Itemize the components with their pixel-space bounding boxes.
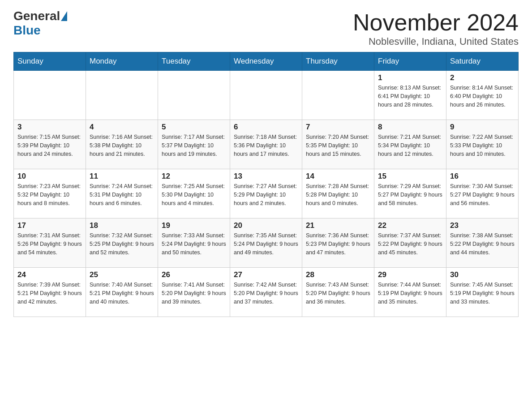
day-number: 5 — [162, 123, 226, 132]
day-info: Sunrise: 7:44 AM Sunset: 5:19 PM Dayligh… — [378, 281, 442, 306]
calendar-cell: 18Sunrise: 7:32 AM Sunset: 5:25 PM Dayli… — [86, 218, 158, 268]
day-number: 1 — [378, 73, 442, 82]
day-info: Sunrise: 7:43 AM Sunset: 5:20 PM Dayligh… — [306, 281, 370, 306]
day-number: 19 — [162, 221, 226, 230]
day-number: 18 — [90, 221, 154, 230]
day-info: Sunrise: 7:21 AM Sunset: 5:34 PM Dayligh… — [378, 133, 442, 158]
calendar-cell: 20Sunrise: 7:35 AM Sunset: 5:24 PM Dayli… — [230, 218, 302, 268]
logo: General Blue — [13, 9, 68, 38]
day-number: 12 — [162, 172, 226, 181]
calendar-cell: 25Sunrise: 7:40 AM Sunset: 5:21 PM Dayli… — [86, 268, 158, 317]
month-title: November 2024 — [353, 9, 519, 36]
calendar-cell: 6Sunrise: 7:18 AM Sunset: 5:36 PM Daylig… — [230, 120, 302, 169]
day-number: 15 — [378, 172, 442, 181]
day-info: Sunrise: 7:20 AM Sunset: 5:35 PM Dayligh… — [306, 133, 370, 158]
calendar-cell: 1Sunrise: 8:13 AM Sunset: 6:41 PM Daylig… — [374, 71, 446, 120]
day-number: 14 — [306, 172, 370, 181]
day-number: 2 — [450, 73, 515, 82]
day-info: Sunrise: 7:27 AM Sunset: 5:29 PM Dayligh… — [234, 182, 298, 207]
day-info: Sunrise: 7:28 AM Sunset: 5:28 PM Dayligh… — [306, 182, 370, 207]
calendar-table: SundayMondayTuesdayWednesdayThursdayFrid… — [13, 52, 519, 317]
calendar-cell — [302, 71, 374, 120]
day-info: Sunrise: 7:22 AM Sunset: 5:33 PM Dayligh… — [450, 133, 515, 158]
day-number: 29 — [378, 270, 442, 279]
calendar-cell: 12Sunrise: 7:25 AM Sunset: 5:30 PM Dayli… — [158, 169, 230, 218]
logo-general-text: General — [13, 9, 60, 23]
day-info: Sunrise: 7:33 AM Sunset: 5:24 PM Dayligh… — [162, 231, 226, 257]
day-info: Sunrise: 7:42 AM Sunset: 5:20 PM Dayligh… — [234, 281, 298, 306]
day-info: Sunrise: 7:24 AM Sunset: 5:31 PM Dayligh… — [90, 182, 154, 207]
logo-blue-text: Blue — [13, 23, 41, 37]
day-number: 10 — [17, 172, 82, 181]
calendar-cell: 27Sunrise: 7:42 AM Sunset: 5:20 PM Dayli… — [230, 268, 302, 317]
day-info: Sunrise: 7:35 AM Sunset: 5:24 PM Dayligh… — [234, 231, 298, 257]
day-info: Sunrise: 7:23 AM Sunset: 5:32 PM Dayligh… — [17, 182, 82, 207]
calendar-cell: 29Sunrise: 7:44 AM Sunset: 5:19 PM Dayli… — [374, 268, 446, 317]
calendar-cell: 2Sunrise: 8:14 AM Sunset: 6:40 PM Daylig… — [446, 71, 519, 120]
calendar-cell: 5Sunrise: 7:17 AM Sunset: 5:37 PM Daylig… — [158, 120, 230, 169]
calendar-cell: 7Sunrise: 7:20 AM Sunset: 5:35 PM Daylig… — [302, 120, 374, 169]
day-of-week-header: Sunday — [14, 52, 86, 71]
calendar-cell: 16Sunrise: 7:30 AM Sunset: 5:27 PM Dayli… — [446, 169, 519, 218]
calendar-cell: 15Sunrise: 7:29 AM Sunset: 5:27 PM Dayli… — [374, 169, 446, 218]
calendar-cell: 19Sunrise: 7:33 AM Sunset: 5:24 PM Dayli… — [158, 218, 230, 268]
page-header: General Blue November 2024 Noblesville, … — [13, 9, 519, 47]
day-info: Sunrise: 7:25 AM Sunset: 5:30 PM Dayligh… — [162, 182, 226, 207]
calendar-cell: 10Sunrise: 7:23 AM Sunset: 5:32 PM Dayli… — [14, 169, 86, 218]
calendar-week-row: 1Sunrise: 8:13 AM Sunset: 6:41 PM Daylig… — [14, 71, 519, 120]
day-info: Sunrise: 7:38 AM Sunset: 5:22 PM Dayligh… — [450, 231, 515, 257]
day-of-week-header: Thursday — [302, 52, 374, 71]
day-info: Sunrise: 8:13 AM Sunset: 6:41 PM Dayligh… — [378, 84, 442, 109]
day-number: 4 — [90, 123, 154, 132]
day-info: Sunrise: 7:17 AM Sunset: 5:37 PM Dayligh… — [162, 133, 226, 158]
calendar-cell: 8Sunrise: 7:21 AM Sunset: 5:34 PM Daylig… — [374, 120, 446, 169]
day-info: Sunrise: 7:16 AM Sunset: 5:38 PM Dayligh… — [90, 133, 154, 158]
day-number: 3 — [17, 123, 82, 132]
calendar-cell: 4Sunrise: 7:16 AM Sunset: 5:38 PM Daylig… — [86, 120, 158, 169]
day-number: 22 — [378, 221, 442, 230]
day-number: 28 — [306, 270, 370, 279]
day-number: 30 — [450, 270, 515, 279]
day-number: 26 — [162, 270, 226, 279]
calendar-week-row: 24Sunrise: 7:39 AM Sunset: 5:21 PM Dayli… — [14, 268, 519, 317]
day-of-week-header: Monday — [86, 52, 158, 71]
calendar-cell: 14Sunrise: 7:28 AM Sunset: 5:28 PM Dayli… — [302, 169, 374, 218]
day-of-week-header: Wednesday — [230, 52, 302, 71]
day-info: Sunrise: 7:39 AM Sunset: 5:21 PM Dayligh… — [17, 281, 82, 306]
calendar-cell: 24Sunrise: 7:39 AM Sunset: 5:21 PM Dayli… — [14, 268, 86, 317]
location-text: Noblesville, Indiana, United States — [353, 36, 519, 47]
calendar-cell: 11Sunrise: 7:24 AM Sunset: 5:31 PM Dayli… — [86, 169, 158, 218]
day-info: Sunrise: 7:32 AM Sunset: 5:25 PM Dayligh… — [90, 231, 154, 257]
calendar-cell: 30Sunrise: 7:45 AM Sunset: 5:19 PM Dayli… — [446, 268, 519, 317]
day-of-week-header: Tuesday — [158, 52, 230, 71]
calendar-cell: 9Sunrise: 7:22 AM Sunset: 5:33 PM Daylig… — [446, 120, 519, 169]
day-info: Sunrise: 7:29 AM Sunset: 5:27 PM Dayligh… — [378, 182, 442, 207]
calendar-cell: 21Sunrise: 7:36 AM Sunset: 5:23 PM Dayli… — [302, 218, 374, 268]
day-number: 21 — [306, 221, 370, 230]
day-number: 9 — [450, 123, 515, 132]
calendar-header-row: SundayMondayTuesdayWednesdayThursdayFrid… — [14, 52, 519, 71]
day-number: 16 — [450, 172, 515, 181]
calendar-cell: 23Sunrise: 7:38 AM Sunset: 5:22 PM Dayli… — [446, 218, 519, 268]
calendar-cell: 22Sunrise: 7:37 AM Sunset: 5:22 PM Dayli… — [374, 218, 446, 268]
calendar-cell — [86, 71, 158, 120]
calendar-cell: 3Sunrise: 7:15 AM Sunset: 5:39 PM Daylig… — [14, 120, 86, 169]
day-info: Sunrise: 7:40 AM Sunset: 5:21 PM Dayligh… — [90, 281, 154, 306]
logo-triangle-icon — [61, 11, 67, 21]
day-number: 13 — [234, 172, 298, 181]
day-info: Sunrise: 7:45 AM Sunset: 5:19 PM Dayligh… — [450, 281, 515, 306]
day-of-week-header: Friday — [374, 52, 446, 71]
calendar-cell: 17Sunrise: 7:31 AM Sunset: 5:26 PM Dayli… — [14, 218, 86, 268]
calendar-cell — [230, 71, 302, 120]
calendar-cell — [158, 71, 230, 120]
calendar-cell: 26Sunrise: 7:41 AM Sunset: 5:20 PM Dayli… — [158, 268, 230, 317]
day-number: 27 — [234, 270, 298, 279]
day-number: 7 — [306, 123, 370, 132]
day-number: 17 — [17, 221, 82, 230]
day-number: 25 — [90, 270, 154, 279]
day-number: 24 — [17, 270, 82, 279]
day-info: Sunrise: 7:37 AM Sunset: 5:22 PM Dayligh… — [378, 231, 442, 257]
day-info: Sunrise: 7:31 AM Sunset: 5:26 PM Dayligh… — [17, 231, 82, 257]
title-section: November 2024 Noblesville, Indiana, Unit… — [353, 9, 519, 47]
day-info: Sunrise: 7:36 AM Sunset: 5:23 PM Dayligh… — [306, 231, 370, 257]
